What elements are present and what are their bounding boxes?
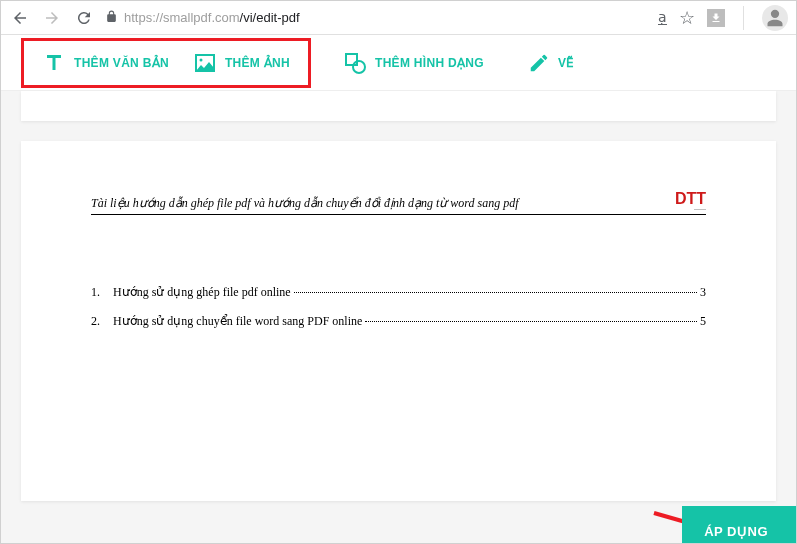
lock-icon	[105, 9, 118, 27]
draw-label: VẼ	[558, 56, 575, 70]
toc-item: 2. Hướng sử dụng chuyển file word sang P…	[91, 314, 706, 329]
pdf-page[interactable]: Tài liệu hướng dẫn ghép file pdf và hướn…	[21, 141, 776, 501]
svg-point-0	[199, 58, 202, 61]
divider	[743, 6, 744, 30]
image-icon	[193, 51, 217, 75]
toc-number: 1.	[91, 285, 113, 300]
arrow-left-icon	[11, 9, 29, 27]
back-button[interactable]	[9, 7, 31, 29]
toc-item: 1. Hướng sử dụng ghép file pdf online 3	[91, 285, 706, 300]
add-text-label: THÊM VĂN BẢN	[74, 56, 169, 70]
toc-number: 2.	[91, 314, 113, 329]
workspace: Tài liệu hướng dẫn ghép file pdf và hướn…	[1, 91, 796, 543]
add-text-button[interactable]: THÊM VĂN BẢN	[30, 51, 181, 75]
doc-header: Tài liệu hướng dẫn ghép file pdf và hướn…	[91, 191, 706, 215]
logo: DTT ———	[675, 191, 706, 211]
avatar[interactable]	[762, 5, 788, 31]
reload-icon	[75, 9, 93, 27]
download-icon[interactable]	[707, 9, 725, 27]
svg-point-2	[353, 61, 365, 73]
page-strip-top	[21, 91, 776, 121]
apply-button[interactable]: ÁP DỤNG	[682, 506, 796, 543]
apply-label: ÁP DỤNG	[704, 524, 768, 539]
translate-icon[interactable]: ạ	[658, 10, 667, 25]
browser-address-bar: https://smallpdf.com/vi/edit-pdf ạ ☆	[1, 1, 796, 35]
doc-title: Tài liệu hướng dẫn ghép file pdf và hướn…	[91, 196, 519, 211]
table-of-contents: 1. Hướng sử dụng ghép file pdf online 3 …	[91, 285, 706, 329]
url-bar[interactable]: https://smallpdf.com/vi/edit-pdf	[105, 9, 648, 27]
add-shape-label: THÊM HÌNH DẠNG	[375, 56, 484, 70]
toc-page: 5	[700, 314, 706, 329]
toc-label: Hướng sử dụng chuyển file word sang PDF …	[113, 314, 362, 329]
add-image-label: THÊM ẢNH	[225, 56, 290, 70]
add-image-button[interactable]: THÊM ẢNH	[181, 51, 302, 75]
shape-icon	[343, 51, 367, 75]
toc-page: 3	[700, 285, 706, 300]
toc-leader	[294, 292, 697, 293]
editor-toolbar: THÊM VĂN BẢN THÊM ẢNH THÊM HÌNH DẠNG VẼ	[1, 35, 796, 91]
pencil-icon	[528, 52, 550, 74]
text-icon	[42, 51, 66, 75]
toc-leader	[365, 321, 697, 322]
forward-button[interactable]	[41, 7, 63, 29]
add-shape-button[interactable]: THÊM HÌNH DẠNG	[331, 51, 496, 75]
draw-button[interactable]: VẼ	[516, 52, 587, 74]
highlight-annotation: THÊM VĂN BẢN THÊM ẢNH	[21, 38, 311, 88]
reload-button[interactable]	[73, 7, 95, 29]
url-text: https://smallpdf.com/vi/edit-pdf	[124, 10, 300, 25]
toc-label: Hướng sử dụng ghép file pdf online	[113, 285, 291, 300]
arrow-right-icon	[43, 9, 61, 27]
bookmark-star-icon[interactable]: ☆	[679, 7, 695, 29]
